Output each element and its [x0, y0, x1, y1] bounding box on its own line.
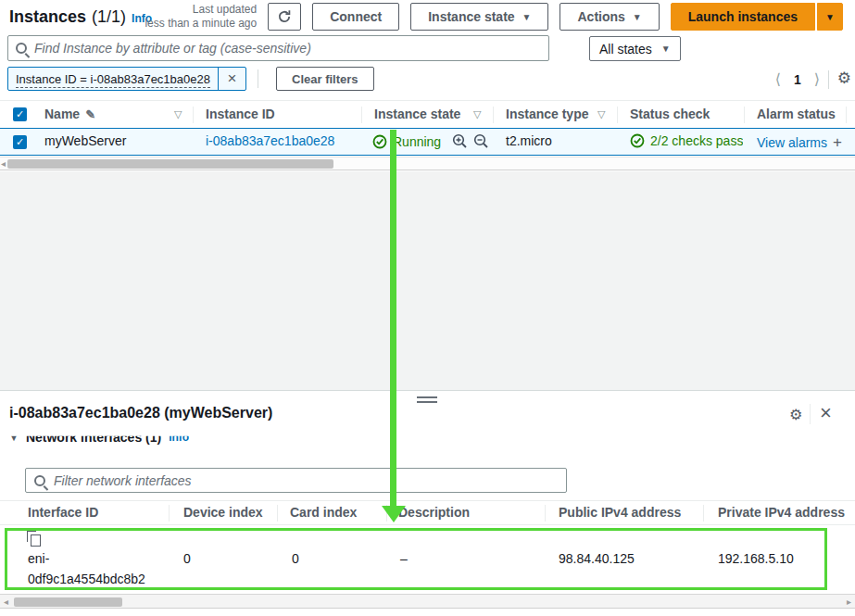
device-index-value: 0 — [183, 551, 191, 566]
zoom-in-filter-icon[interactable] — [452, 133, 468, 149]
public-ipv4-value: 98.84.40.125 — [559, 551, 635, 566]
panel-drag-handle[interactable] — [417, 396, 437, 406]
ec2-instances-console: Instances (1/1) Info Last updated less t… — [0, 0, 855, 616]
add-alarm-plus-icon[interactable]: + — [833, 133, 842, 152]
page-next-button[interactable]: ⟩ — [814, 70, 820, 88]
scrollbar-thumb[interactable] — [14, 597, 122, 607]
select-all-checkbox[interactable]: ✓ — [13, 107, 27, 121]
panel-horizontal-scrollbar[interactable]: ◂ ▸ — [0, 594, 855, 609]
divider — [810, 404, 811, 424]
col-card-index: Card index — [290, 505, 357, 520]
view-alarms-link[interactable]: View alarms — [757, 135, 827, 150]
launch-instances-dropdown[interactable]: ▼ — [817, 3, 843, 31]
page-prev-button[interactable]: ⟨ — [775, 70, 781, 88]
col-name: Name — [44, 107, 80, 121]
scroll-right-icon[interactable]: ▸ — [847, 597, 851, 607]
clear-filters-button[interactable]: Clear filters — [276, 67, 374, 91]
instance-row[interactable]: ✓ myWebServer i-08ab83a7ec1ba0e28 Runnin… — [0, 128, 855, 156]
launch-instances-button[interactable]: Launch instances — [671, 3, 815, 31]
launch-instances-split-button: Launch instances ▼ — [671, 3, 843, 31]
page-number[interactable]: 1 — [794, 72, 801, 87]
info-link[interactable]: Info — [169, 431, 189, 444]
refresh-icon — [277, 9, 292, 24]
network-interfaces-section-header[interactable]: ▼ Network interfaces (1) Info — [9, 430, 189, 445]
last-updated-text: Last updated less than a minute ago — [145, 3, 257, 31]
col-instance-id: Instance ID — [206, 107, 275, 121]
divider — [744, 107, 745, 123]
instance-state-button[interactable]: Instance state ▼ — [410, 3, 548, 31]
divider — [493, 107, 494, 123]
status-check-value: 2/2 checks passed — [650, 133, 743, 148]
refresh-button[interactable] — [268, 3, 301, 31]
row-checkbox[interactable]: ✓ — [13, 135, 27, 149]
all-states-select[interactable]: All states ▼ — [589, 36, 681, 61]
instance-detail-panel: i-08ab83a7ec1ba0e28 (myWebServer) ⚙ × ▼ … — [0, 391, 855, 616]
table-settings-gear-icon[interactable]: ⚙ — [837, 69, 851, 88]
remove-filter-button[interactable]: × — [218, 68, 245, 90]
instance-name: myWebServer — [44, 133, 126, 148]
ni-filter-input[interactable] — [54, 473, 558, 488]
network-interfaces-filter — [25, 468, 567, 493]
description-value: – — [400, 551, 408, 566]
network-interfaces-table-header: Interface ID Device index Card index Des… — [0, 500, 855, 525]
instance-id-link[interactable]: i-08ab83a7ec1ba0e28 — [206, 133, 334, 148]
private-ipv4-value: 192.168.5.10 — [718, 551, 794, 566]
expand-caret-icon[interactable]: ▼ — [9, 433, 19, 443]
divider — [169, 505, 170, 522]
divider — [193, 107, 194, 123]
pagination: ⟨ 1 ⟩ — [775, 70, 820, 88]
col-device-index: Device index — [183, 505, 263, 520]
filter-token-label: Instance ID = i-08ab83a7ec1ba0e28 — [16, 72, 210, 88]
scroll-left-icon[interactable]: ◂ — [1, 158, 6, 169]
zoom-out-filter-icon[interactable] — [473, 133, 489, 149]
actions-button[interactable]: Actions ▼ — [560, 3, 659, 31]
divider — [828, 70, 829, 89]
check-circle-icon — [372, 134, 387, 149]
col-alarm-status: Alarm status — [757, 107, 836, 121]
sort-icon[interactable]: ▽ — [174, 108, 182, 120]
panel-settings-gear-icon[interactable]: ⚙ — [789, 406, 802, 423]
actions-bar: Last updated less than a minute ago Conn… — [145, 3, 843, 31]
panel-close-icon[interactable]: × — [820, 401, 832, 425]
col-instance-type: Instance type — [506, 107, 588, 121]
instances-table-header: ✓ Name✎ ▽ Instance ID Instance state ▽ I… — [0, 100, 855, 128]
instance-count: (1/1) — [92, 7, 126, 27]
instance-state-value: Running — [393, 134, 441, 149]
caret-down-icon: ▼ — [633, 12, 642, 22]
section-title: Network interfaces (1) — [26, 430, 161, 445]
interface-id-link[interactable]: 0df9c1a4554bdc8b2 — [28, 572, 145, 586]
search-icon — [16, 43, 27, 54]
search-input[interactable] — [34, 41, 541, 56]
filter-token[interactable]: Instance ID = i-08ab83a7ec1ba0e28 × — [7, 67, 246, 91]
scrollbar-thumb[interactable] — [7, 159, 333, 169]
copy-icon[interactable] — [31, 534, 41, 547]
sort-icon[interactable]: ▽ — [473, 108, 481, 120]
scroll-left-icon[interactable]: ◂ — [4, 597, 8, 607]
caret-down-icon: ▼ — [825, 12, 835, 22]
caret-down-icon: ▼ — [522, 12, 532, 22]
table-horizontal-scrollbar[interactable]: ◂ — [0, 157, 855, 170]
divider — [277, 505, 278, 522]
divider — [846, 107, 847, 123]
caret-down-icon: ▼ — [661, 44, 671, 54]
instances-table: ✓ Name✎ ▽ Instance ID Instance state ▽ I… — [0, 100, 855, 156]
detail-panel-title: i-08ab83a7ec1ba0e28 (myWebServer) — [9, 405, 272, 421]
page-title: Instances — [9, 7, 86, 27]
interface-id-link[interactable]: eni- — [28, 551, 49, 566]
close-icon: × — [228, 69, 237, 88]
instance-type-value: t2.micro — [506, 133, 552, 148]
search-icon — [34, 475, 45, 486]
col-description: Description — [398, 505, 470, 520]
col-private-ipv4: Private IPv4 address — [718, 505, 845, 520]
pencil-icon: ✎ — [85, 107, 95, 121]
connect-button[interactable]: Connect — [312, 3, 399, 31]
annotation-arrow-head-icon — [382, 506, 406, 522]
col-interface-id: Interface ID — [28, 505, 98, 520]
divider — [545, 505, 546, 522]
col-status-check: Status check — [630, 107, 710, 121]
col-instance-state: Instance state — [374, 107, 460, 121]
divider — [703, 505, 704, 522]
content-gap — [0, 171, 855, 391]
sort-icon[interactable]: ▽ — [597, 108, 605, 120]
divider — [617, 107, 618, 123]
